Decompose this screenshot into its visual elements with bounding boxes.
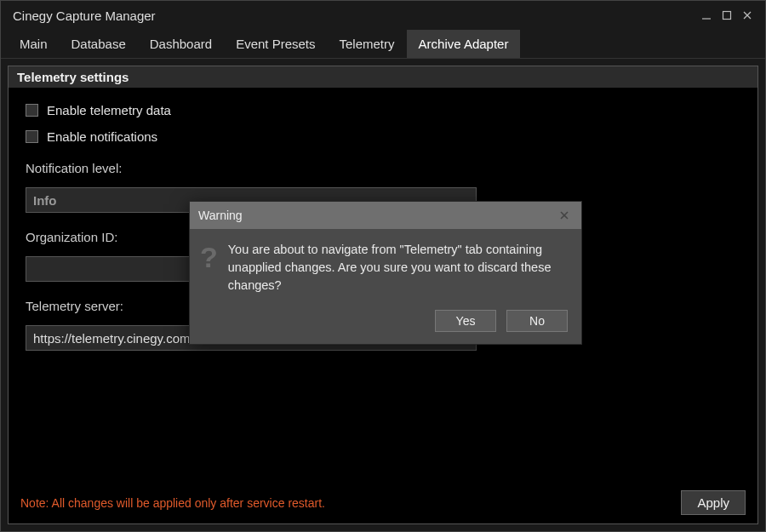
enable-telemetry-checkbox[interactable]: [26, 104, 38, 117]
question-icon: ?: [200, 241, 218, 295]
enable-telemetry-label: Enable telemetry data: [47, 103, 171, 117]
dialog-body: ? You are about to navigate from "Teleme…: [190, 229, 581, 305]
tab-event-presets[interactable]: Event Presets: [224, 30, 327, 58]
notification-level-label: Notification level:: [26, 161, 740, 175]
maximize-button[interactable]: [717, 6, 736, 25]
apply-button[interactable]: Apply: [681, 490, 746, 515]
enable-notifications-checkbox[interactable]: [26, 130, 38, 143]
dialog-close-button[interactable]: [556, 207, 573, 224]
enable-notifications-label: Enable notifications: [47, 129, 157, 144]
tabbar: Main Database Dashboard Event Presets Te…: [1, 30, 765, 59]
dialog-footer: Yes No: [190, 305, 581, 344]
tab-archive-adapter[interactable]: Archive Adapter: [407, 30, 521, 58]
tab-dashboard[interactable]: Dashboard: [138, 30, 224, 58]
panel-footer: Note: All changes will be applied only a…: [9, 483, 757, 523]
window-title: Cinegy Capture Manager: [9, 9, 697, 23]
svg-rect-1: [723, 12, 731, 20]
enable-notifications-row: Enable notifications: [26, 129, 740, 144]
notification-level-value: Info: [33, 193, 57, 208]
yes-button[interactable]: Yes: [435, 310, 496, 332]
dialog-message: You are about to navigate from "Telemetr…: [228, 241, 568, 295]
tab-telemetry[interactable]: Telemetry: [328, 30, 407, 58]
dialog-titlebar: Warning: [190, 202, 581, 229]
tab-main[interactable]: Main: [8, 30, 60, 58]
no-button[interactable]: No: [506, 310, 568, 332]
tab-database[interactable]: Database: [60, 30, 138, 58]
telemetry-server-value: https://telemetry.cinegy.com: [33, 331, 191, 346]
panel-header: Telemetry settings: [9, 66, 757, 88]
dialog-title: Warning: [198, 209, 556, 222]
close-button[interactable]: [738, 6, 757, 25]
enable-telemetry-row: Enable telemetry data: [26, 103, 740, 117]
window-controls: [697, 6, 757, 25]
restart-note: Note: All changes will be applied only a…: [20, 496, 325, 510]
warning-dialog: Warning ? You are about to navigate from…: [189, 201, 582, 345]
titlebar: Cinegy Capture Manager: [1, 1, 765, 30]
minimize-button[interactable]: [697, 6, 716, 25]
